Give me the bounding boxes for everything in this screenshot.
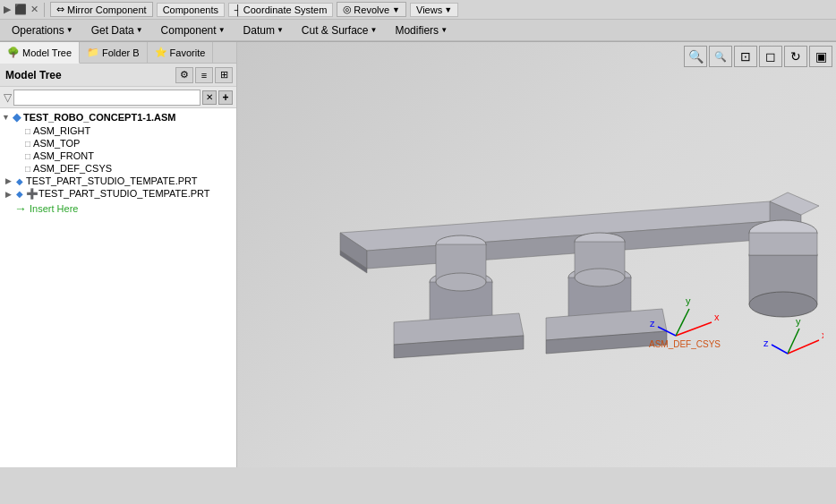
svg-text:ASM_DEF_CSYS: ASM_DEF_CSYS	[649, 339, 721, 349]
svg-text:y: y	[686, 295, 691, 306]
revolve-icon: ◎	[343, 4, 352, 15]
asm-top-label: ASM_TOP	[33, 138, 80, 149]
panel-title: Model Tree	[4, 69, 174, 81]
columns-icon: ⊞	[220, 69, 228, 81]
display-btn[interactable]: ▣	[809, 46, 832, 67]
zoom-fit-btn[interactable]: ⊡	[734, 46, 757, 67]
rotate-icon: ↻	[790, 49, 801, 64]
zoom-out-btn[interactable]: 🔍	[709, 46, 732, 67]
svg-line-36	[772, 345, 788, 354]
menu-datum-label: Datum	[243, 24, 275, 37]
views-btn[interactable]: Views ▼	[410, 3, 458, 17]
menu-get-data[interactable]: Get Data ▼	[83, 21, 151, 39]
tab-favorite[interactable]: ⭐ Favorite	[148, 42, 214, 63]
menu-cut-surface-label: Cut & Surface	[302, 24, 369, 37]
asm-def-csys-icon: □	[25, 164, 30, 174]
viewport[interactable]: 🔍 🔍 ⊡ ◻ ↻ ▣	[237, 42, 836, 467]
revolve-arrow: ▼	[392, 5, 400, 14]
insert-here-arrow: →	[14, 201, 27, 216]
zoom-out-icon: 🔍	[714, 51, 727, 63]
menu-modifiers-label: Modifiers	[395, 24, 439, 37]
mirror-component-label: Mirror Component	[67, 4, 147, 15]
menu-datum[interactable]: Datum ▼	[235, 21, 292, 39]
part1-label: TEST_PART_STUDIO_TEMPATE.PRT	[26, 175, 198, 186]
revolve-label: Revolve	[354, 4, 389, 15]
root-expand-icon: ▼	[2, 113, 13, 122]
svg-point-8	[749, 292, 817, 317]
tree-item-asm-right[interactable]: □ ASM_RIGHT	[0, 124, 236, 137]
panel-columns-btn[interactable]: ⊞	[215, 67, 233, 83]
components-label: Components	[163, 4, 218, 15]
tree-root-item[interactable]: ▼ ◆ TEST_ROBO_CONCEPT1-1.ASM	[0, 110, 236, 124]
view-cube-btn[interactable]: ◻	[759, 46, 782, 67]
zoom-in-icon: 🔍	[688, 49, 704, 64]
views-label: Views	[416, 4, 442, 15]
tree-item-part2[interactable]: ▶ ◆ ➕TEST_PART_STUDIO_TEMPATE.PRT	[0, 187, 236, 201]
zoom-fit-icon: ⊡	[740, 49, 751, 64]
asm-front-icon: □	[25, 151, 30, 161]
menu-component-arrow: ▼	[218, 26, 226, 34]
revolve-btn[interactable]: ◎ Revolve ▼	[337, 2, 406, 17]
root-item-icon: ◆	[13, 111, 21, 124]
svg-text:z: z	[763, 337, 769, 348]
favorite-tab-icon: ⭐	[155, 47, 167, 58]
components-btn[interactable]: Components	[157, 3, 225, 17]
tree-item-asm-top[interactable]: □ ASM_TOP	[0, 137, 236, 149]
filter-icon: ▽	[4, 91, 12, 104]
asm-def-csys-label: ASM_DEF_CSYS	[33, 163, 112, 174]
coordinate-system-label: Coordinate System	[243, 4, 328, 15]
svg-text:y: y	[796, 316, 801, 327]
asm-right-icon: □	[25, 126, 30, 136]
menu-get-data-label: Get Data	[91, 24, 134, 37]
mirror-component-btn[interactable]: ⇔ Mirror Component	[50, 2, 153, 17]
asm-front-label: ASM_FRONT	[33, 150, 94, 161]
part1-expand: ▶	[5, 176, 16, 185]
menu-modifiers[interactable]: Modifiers ▼	[387, 21, 456, 39]
asm-top-icon: □	[25, 139, 30, 149]
panel-settings-btn[interactable]: ⚙	[175, 67, 193, 83]
folder-tab-icon: 📁	[87, 47, 99, 58]
tree-item-asm-def-csys[interactable]: □ ASM_DEF_CSYS	[0, 162, 236, 175]
part2-icon: ◆	[16, 189, 23, 199]
part1-icon: ◆	[16, 176, 23, 186]
3d-model: x y z ASM_DEF_CSYS x y z ASM_DEF_CSYS	[251, 103, 823, 407]
menu-operations[interactable]: Operations ▼	[4, 21, 81, 39]
model-tree-tab-icon: 🌳	[7, 47, 20, 58]
svg-rect-22	[749, 233, 817, 255]
svg-point-20	[575, 269, 625, 286]
menu-modifiers-arrow: ▼	[440, 26, 448, 34]
viewport-toolbar: 🔍 🔍 ⊡ ◻ ↻ ▣	[680, 42, 836, 71]
menu-get-data-arrow: ▼	[136, 26, 143, 34]
menu-component[interactable]: Component ▼	[153, 21, 234, 39]
view-cube-icon: ◻	[765, 49, 776, 64]
panel-list-btn[interactable]: ≡	[195, 67, 213, 83]
part2-label: ➕TEST_PART_STUDIO_TEMPATE.PRT	[26, 188, 210, 200]
insert-here-item[interactable]: → Insert Here	[0, 201, 236, 217]
svg-text:x: x	[714, 312, 720, 322]
tab-folder[interactable]: 📁 Folder B	[80, 42, 148, 63]
filter-add-btn[interactable]: +	[218, 90, 233, 105]
views-arrow: ▼	[444, 5, 452, 14]
model-tree-area: ▼ ◆ TEST_ROBO_CONCEPT1-1.ASM □ ASM_RIGHT…	[0, 108, 236, 467]
svg-text:x: x	[822, 329, 823, 340]
coordinate-icon: ┤	[235, 4, 242, 15]
coordinate-system-btn[interactable]: ┤ Coordinate System	[228, 3, 333, 17]
menu-operations-arrow: ▼	[66, 26, 73, 34]
rotate-btn[interactable]: ↻	[784, 46, 807, 67]
filter-input[interactable]	[13, 90, 200, 106]
mirror-component-icon: ⇔	[56, 4, 64, 15]
menu-cut-surface[interactable]: Cut & Surface ▼	[294, 21, 386, 39]
tab-model-tree[interactable]: 🌳 Model Tree	[0, 42, 80, 64]
tree-item-asm-front[interactable]: □ ASM_FRONT	[0, 149, 236, 162]
svg-text:z: z	[650, 318, 655, 329]
asm-right-label: ASM_RIGHT	[33, 125, 90, 136]
filter-clear-btn[interactable]: ✕	[202, 90, 217, 105]
display-icon: ▣	[815, 49, 827, 64]
insert-here-label: Insert Here	[30, 203, 78, 214]
zoom-in-btn[interactable]: 🔍	[684, 46, 707, 67]
tree-item-part1[interactable]: ▶ ◆ TEST_PART_STUDIO_TEMPATE.PRT	[0, 175, 236, 187]
list-icon: ≡	[201, 70, 207, 81]
favorite-tab-label: Favorite	[170, 47, 206, 58]
menu-component-label: Component	[161, 24, 217, 37]
svg-point-17	[436, 273, 486, 291]
